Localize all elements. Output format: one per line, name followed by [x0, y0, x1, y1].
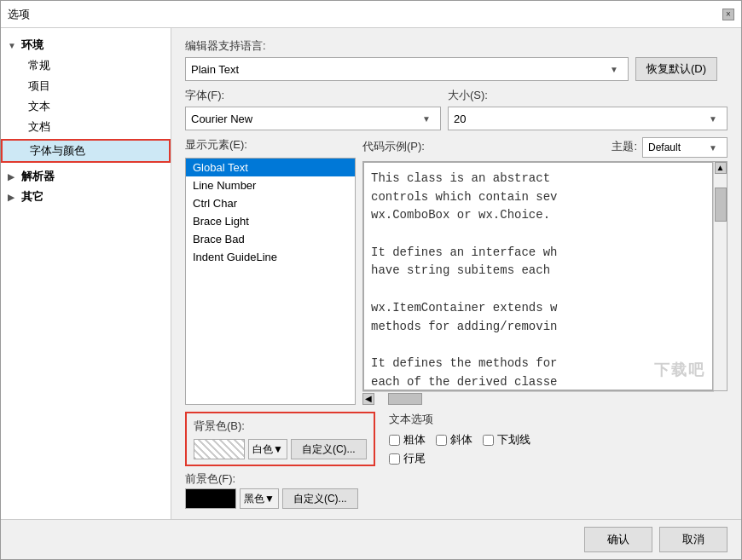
fg-color-dropdown[interactable]: 黑色 ▼ [240, 488, 279, 509]
color-settings: 背景色(B): 白色 ▼ 自定义(C)... [185, 412, 375, 509]
scroll-up-btn[interactable]: ▲ [715, 162, 727, 174]
close-button[interactable]: × [722, 9, 734, 20]
bg-color-text: 白色 [252, 442, 273, 457]
title-bar: 选项 × [1, 1, 741, 28]
font-combo[interactable]: Courier New ▼ [185, 107, 441, 130]
fg-color-row: 黑色 ▼ 自定义(C)... [185, 488, 375, 509]
sidebar-item-env[interactable]: ▼ 环境 [1, 35, 171, 55]
list-item-indent-guideline[interactable]: Indent GuideLine [186, 248, 355, 266]
italic-checkbox[interactable] [436, 435, 447, 446]
horizontal-scrollbar[interactable]: ◀ [362, 391, 714, 405]
right-panel: 编辑器支持语言: Plain Text ▼ 恢复默认(D) 字体(F): Cou… [171, 28, 741, 519]
bg-color-section: 背景色(B): 白色 ▼ 自定义(C)... [185, 412, 375, 466]
sidebar-item-project-label: 项目 [28, 78, 50, 94]
font-value: Courier New [191, 113, 418, 125]
title-controls: × [722, 9, 734, 20]
fg-label: 前景色(F): [185, 471, 375, 487]
code-preview-section: 代码示例(P): 主题: Default ▼ This class is an … [362, 137, 728, 405]
bold-checkbox[interactable] [389, 435, 400, 446]
fg-color-swatch[interactable] [185, 488, 236, 509]
checkbox-row-2: 行尾 [389, 451, 530, 466]
sidebar: ▼ 环境 常规 项目 文本 文档 字体与颜色 ➜ [1, 28, 171, 519]
display-elements-list[interactable]: Global Text Line Number Ctrl Char Brace … [185, 158, 356, 405]
fg-color-text: 黑色 [244, 492, 264, 506]
checkbox-underline[interactable]: 下划线 [483, 432, 530, 447]
theme-value: Default [648, 141, 704, 153]
vertical-scrollbar[interactable]: ▲ [713, 162, 727, 390]
list-item-brace-bad[interactable]: Brace Bad [186, 230, 355, 248]
sidebar-item-document[interactable]: 文档 [1, 117, 171, 137]
sidebar-item-other[interactable]: ▶ 其它 [1, 187, 171, 207]
cancel-button[interactable]: 取消 [659, 527, 728, 552]
sidebar-item-text[interactable]: 文本 [1, 96, 171, 117]
sidebar-item-font-color[interactable]: 字体与颜色 [1, 139, 171, 163]
options-dialog: 选项 × ▼ 环境 常规 项目 文本 文档 [0, 0, 742, 560]
bg-color-swatch[interactable] [194, 439, 245, 459]
font-label: 字体(F): [185, 88, 441, 103]
lang-label: 编辑器支持语言: [185, 38, 728, 54]
font-combo-arrow: ▼ [418, 114, 435, 124]
bottom-section: 背景色(B): 白色 ▼ 自定义(C)... [185, 412, 728, 509]
list-item-line-number[interactable]: Line Number [186, 176, 355, 194]
scroll-left-btn[interactable]: ◀ [362, 393, 374, 405]
theme-combo[interactable]: Default ▼ [642, 137, 728, 158]
scroll-thumb-v[interactable] [715, 188, 727, 222]
sidebar-item-parser-label: 解析器 [21, 169, 55, 184]
italic-label: 斜体 [450, 432, 472, 447]
size-combo-arrow: ▼ [704, 114, 722, 124]
fg-custom-button[interactable]: 自定义(C)... [282, 488, 358, 509]
list-item-ctrl-char[interactable]: Ctrl Char [186, 194, 355, 212]
text-options-label: 文本选项 [389, 412, 530, 427]
sidebar-item-project[interactable]: 项目 [1, 76, 171, 96]
code-preview-area: This class is an abstract controls which… [363, 162, 713, 390]
dialog-footer: 确认 取消 [1, 519, 741, 559]
dialog-body: ▼ 环境 常规 项目 文本 文档 字体与颜色 ➜ [1, 28, 741, 519]
checkbox-line-end[interactable]: 行尾 [389, 451, 426, 466]
size-combo[interactable]: 20 ▼ [448, 107, 728, 130]
theme-section: 主题: Default ▼ [612, 137, 728, 158]
bg-custom-button[interactable]: 自定义(C)... [291, 439, 367, 459]
confirm-button[interactable]: 确认 [584, 527, 652, 552]
fg-color-section: 前景色(F): 黑色 ▼ 自定义(C)... [185, 471, 375, 509]
list-item-global-text[interactable]: Global Text [186, 159, 355, 176]
sidebar-item-other-label: 其它 [21, 189, 43, 205]
middle-section: 显示元素(E): Global Text Line Number Ctrl Ch… [185, 137, 728, 405]
lang-combo-arrow: ▼ [606, 65, 623, 74]
fg-dropdown-arrow: ▼ [264, 493, 275, 505]
sidebar-item-parser[interactable]: ▶ 解析器 [1, 166, 171, 187]
sidebar-item-document-label: 文档 [28, 119, 50, 135]
bg-dropdown-arrow: ▼ [273, 443, 283, 455]
display-label: 显示元素(E): [185, 137, 356, 153]
sidebar-item-env-label: 环境 [21, 38, 43, 53]
checkbox-row-1: 粗体 斜体 下划线 [389, 432, 530, 447]
checkbox-bold[interactable]: 粗体 [389, 432, 426, 447]
size-label: 大小(S): [448, 88, 728, 103]
line-end-label: 行尾 [403, 451, 426, 466]
lang-combo[interactable]: Plain Text ▼ [185, 57, 629, 81]
expand-arrow-env: ▼ [8, 41, 21, 50]
sidebar-item-text-label: 文本 [28, 99, 50, 114]
bg-color-dropdown[interactable]: 白色 ▼ [248, 439, 287, 459]
expand-arrow-parser: ▶ [8, 172, 21, 182]
list-item-brace-light[interactable]: Brace Light [186, 212, 355, 230]
expand-arrow-other: ▶ [8, 193, 21, 202]
size-section: 大小(S): 20 ▼ [448, 88, 728, 130]
font-section: 字体(F): Courier New ▼ [185, 88, 441, 130]
scroll-thumb-h[interactable] [388, 393, 422, 405]
sidebar-item-general[interactable]: 常规 [1, 55, 171, 76]
preview-label: 代码示例(P): [362, 139, 425, 154]
font-size-section: 字体(F): Courier New ▼ 大小(S): 20 ▼ [185, 88, 728, 130]
restore-default-button[interactable]: 恢复默认(D) [635, 57, 717, 81]
text-options-section: 文本选项 粗体 斜体 下划线 [389, 412, 530, 509]
bg-color-row: 白色 ▼ 自定义(C)... [194, 439, 367, 459]
theme-combo-arrow: ▼ [704, 143, 722, 153]
display-elements-section: 显示元素(E): Global Text Line Number Ctrl Ch… [185, 137, 356, 405]
dialog-title: 选项 [8, 7, 30, 22]
line-end-checkbox[interactable] [389, 453, 400, 465]
preview-header: 代码示例(P): 主题: Default ▼ [362, 137, 728, 158]
checkbox-italic[interactable]: 斜体 [436, 432, 472, 447]
underline-checkbox[interactable] [483, 435, 494, 446]
underline-label: 下划线 [497, 432, 530, 447]
theme-label: 主题: [612, 139, 637, 154]
lang-value: Plain Text [191, 63, 606, 76]
